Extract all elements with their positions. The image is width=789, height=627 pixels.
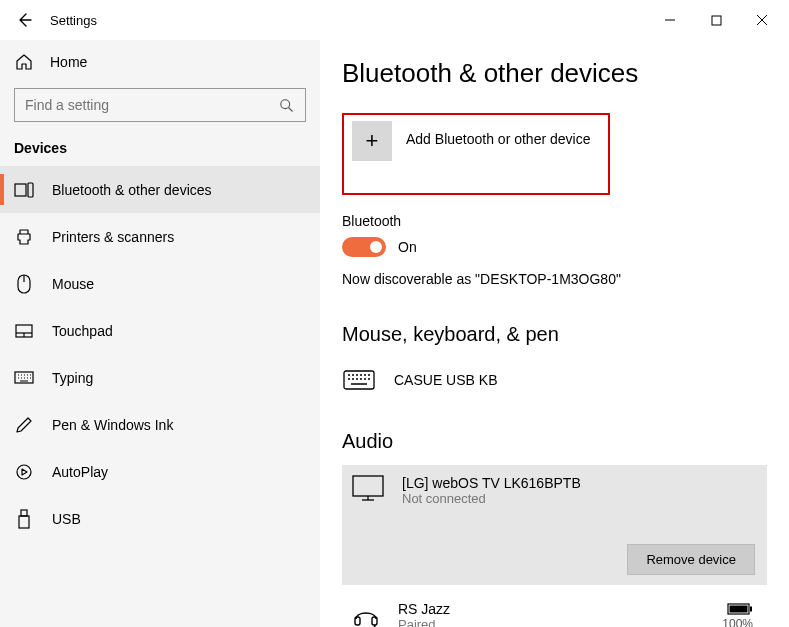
svg-rect-2 [15,184,26,196]
sidebar-item-label: AutoPlay [52,464,108,480]
sidebar-item-label: Mouse [52,276,94,292]
pen-icon [14,415,34,435]
svg-rect-3 [28,183,33,197]
svg-rect-18 [372,617,377,625]
keyboard-icon [14,368,34,388]
page-title: Bluetooth & other devices [342,58,767,89]
battery-icon [727,603,753,615]
audio-section-title: Audio [342,430,767,453]
remove-device-button[interactable]: Remove device [627,544,755,575]
add-device-label: Add Bluetooth or other device [406,121,590,147]
svg-rect-17 [355,617,360,625]
sidebar-item-label: Printers & scanners [52,229,174,245]
tv-device-name: [LG] webOS TV LK616BPTB [402,475,581,491]
discoverable-text: Now discoverable as "DESKTOP-1M3OG80" [342,271,767,287]
device-row-tv[interactable]: [LG] webOS TV LK616BPTB Not connected Re… [342,465,767,585]
sidebar-item-mouse[interactable]: Mouse [0,260,320,307]
sidebar-item-bluetooth[interactable]: Bluetooth & other devices [0,166,320,213]
battery-indicator: 100% [722,603,755,628]
sidebar-item-label: Typing [52,370,93,386]
svg-rect-20 [730,605,748,612]
window-title: Settings [50,13,97,28]
sidebar-item-autoplay[interactable]: AutoPlay [0,448,320,495]
mouse-icon [14,274,34,294]
sidebar-item-typing[interactable]: Typing [0,354,320,401]
devices-icon [14,180,34,200]
minimize-icon [664,14,676,26]
arrow-left-icon [16,12,32,28]
sidebar-item-label: USB [52,511,81,527]
minimize-button[interactable] [647,4,693,36]
svg-rect-0 [712,16,721,25]
sidebar-item-usb[interactable]: USB [0,495,320,542]
home-label: Home [50,54,87,70]
headset-icon [352,603,380,628]
back-button[interactable] [4,0,44,40]
sidebar-item-label: Bluetooth & other devices [52,182,212,198]
keyboard-device-name: CASUE USB KB [394,372,497,388]
bluetooth-toggle-state: On [398,239,417,255]
sidebar-item-label: Pen & Windows Ink [52,417,173,433]
sidebar-item-label: Touchpad [52,323,113,339]
tv-device-status: Not connected [402,491,581,506]
svg-point-1 [280,99,289,108]
search-input[interactable] [25,97,277,113]
maximize-button[interactable] [693,4,739,36]
maximize-icon [711,15,722,26]
toggle-knob [370,241,382,253]
svg-rect-11 [21,510,27,516]
touchpad-icon [14,321,34,341]
headset-device-name: RS Jazz [398,601,450,617]
svg-rect-12 [19,516,29,528]
usb-icon [14,509,34,529]
device-row-keyboard[interactable]: CASUE USB KB [342,358,767,402]
close-button[interactable] [739,4,785,36]
close-icon [756,14,768,26]
svg-rect-13 [344,371,374,389]
printer-icon [14,227,34,247]
section-label: Devices [0,134,320,166]
sidebar-item-touchpad[interactable]: Touchpad [0,307,320,354]
keyboard-device-icon [342,368,376,392]
main-content: Bluetooth & other devices + Add Bluetoot… [320,40,789,627]
plus-icon: + [352,121,392,161]
svg-point-10 [17,465,31,479]
add-device-button[interactable]: + Add Bluetooth or other device [342,113,610,195]
tv-icon [352,475,384,501]
home-icon [14,52,34,72]
sidebar: Home Devices Bluetooth & other devices [0,40,320,627]
bluetooth-heading: Bluetooth [342,213,767,229]
svg-rect-21 [750,606,752,611]
bluetooth-toggle[interactable] [342,237,386,257]
titlebar: Settings [0,0,789,40]
autoplay-icon [14,462,34,482]
home-nav[interactable]: Home [0,42,320,82]
battery-percent: 100% [722,617,753,628]
device-row-headset[interactable]: RS Jazz Paired 100% [342,597,767,627]
sidebar-item-printers[interactable]: Printers & scanners [0,213,320,260]
mouse-keyboard-section-title: Mouse, keyboard, & pen [342,323,767,346]
search-icon [277,98,295,113]
search-box[interactable] [14,88,306,122]
headset-device-status: Paired [398,617,450,627]
svg-rect-14 [353,476,383,496]
sidebar-item-pen[interactable]: Pen & Windows Ink [0,401,320,448]
